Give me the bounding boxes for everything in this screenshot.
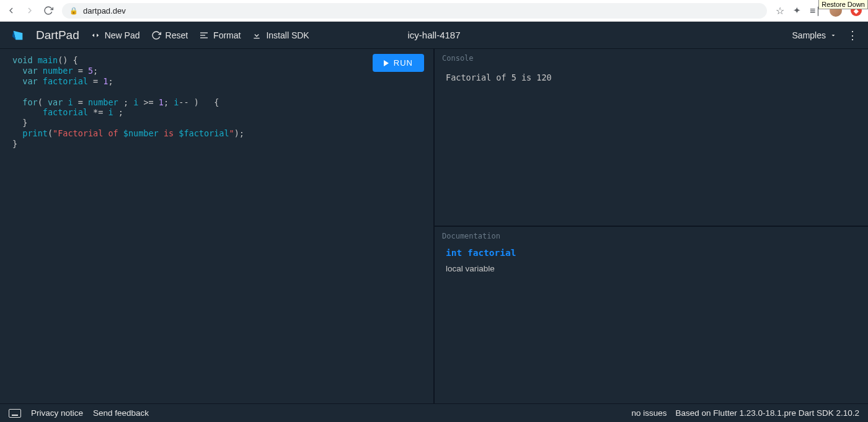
reset-label: Reset: [166, 30, 188, 40]
code-editor[interactable]: void main() { var number = 5; var factor…: [0, 49, 433, 156]
doc-description: local variable: [435, 260, 868, 277]
sdk-version: Based on Flutter 1.23.0-18.1.pre Dart SD…: [676, 408, 859, 418]
play-icon: [384, 60, 389, 66]
footer: Privacy notice Send feedback no issues B…: [0, 403, 868, 422]
refresh-icon: [151, 30, 161, 40]
format-label: Format: [213, 30, 241, 40]
lock-icon: 🔒: [69, 7, 78, 15]
feedback-link[interactable]: Send feedback: [93, 408, 149, 418]
address-bar[interactable]: 🔒 dartpad.dev: [62, 3, 767, 19]
new-pad-label: New Pad: [105, 30, 140, 40]
url-text: dartpad.dev: [83, 6, 126, 15]
install-sdk-label: Install SDK: [266, 30, 309, 40]
restore-down-tooltip: Restore Down: [818, 0, 868, 9]
browser-chrome: 🔒 dartpad.dev ☆ ✦ ≡∣ ◆ Restore Down: [0, 0, 868, 22]
console-label: Console: [435, 49, 868, 65]
back-button[interactable]: [6, 6, 16, 15]
reset-button[interactable]: Reset: [151, 30, 188, 40]
privacy-link[interactable]: Privacy notice: [31, 408, 83, 418]
samples-dropdown[interactable]: Samples: [792, 30, 837, 40]
console-panel: Console Factorial of 5 is 120: [435, 49, 868, 227]
install-sdk-button[interactable]: Install SDK: [252, 30, 309, 40]
output-pane: Console Factorial of 5 is 120 Documentat…: [435, 49, 868, 403]
doc-signature: int factorial: [435, 243, 868, 260]
chevron-down-icon: [830, 32, 837, 39]
run-button[interactable]: RUN: [373, 54, 424, 72]
pad-name: icy-hall-4187: [407, 30, 460, 40]
issues-status: no issues: [632, 408, 667, 418]
bookmark-icon[interactable]: ☆: [776, 5, 784, 17]
reload-button[interactable]: [43, 6, 53, 15]
forward-button[interactable]: [25, 6, 35, 15]
code-icon: [91, 30, 100, 40]
format-icon: [199, 30, 209, 40]
documentation-panel: Documentation int factorial local variab…: [435, 227, 868, 403]
more-menu-button[interactable]: ⋮: [847, 29, 857, 42]
download-icon: [252, 30, 262, 40]
svg-rect-2: [200, 32, 208, 33]
workspace: RUN void main() { var number = 5; var fa…: [0, 49, 868, 403]
keyboard-icon[interactable]: [9, 409, 21, 418]
new-pad-button[interactable]: New Pad: [91, 30, 140, 40]
console-output: Factorial of 5 is 120: [435, 65, 868, 90]
format-button[interactable]: Format: [199, 30, 241, 40]
run-label: RUN: [394, 58, 413, 68]
editor-pane[interactable]: RUN void main() { var number = 5; var fa…: [0, 49, 435, 403]
app-title: DartPad: [36, 29, 79, 42]
svg-rect-4: [200, 37, 208, 38]
documentation-label: Documentation: [435, 227, 868, 243]
extensions-icon[interactable]: ✦: [793, 5, 801, 16]
dart-logo-icon: [11, 29, 25, 42]
dartpad-header: DartPad New Pad Reset Format Install SDK…: [0, 22, 868, 49]
svg-rect-3: [200, 35, 205, 35]
samples-label: Samples: [792, 30, 826, 40]
